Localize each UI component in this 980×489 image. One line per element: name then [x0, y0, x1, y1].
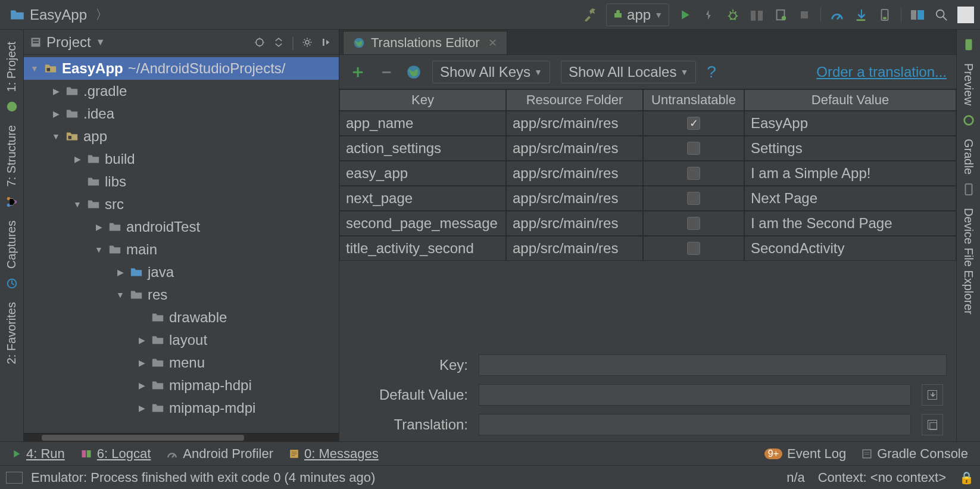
right-strip-gradle[interactable]: Gradle	[962, 139, 975, 175]
left-strip-structure[interactable]: 7: Structure	[5, 125, 18, 186]
debug-icon[interactable]	[725, 7, 741, 23]
tab-translations-editor[interactable]: Translations Editor ✕	[343, 31, 507, 54]
run-config-select[interactable]: app ▼	[606, 4, 669, 26]
checkbox[interactable]	[687, 167, 700, 180]
tree-node[interactable]: .idea	[24, 102, 339, 125]
tree-arrow-icon[interactable]	[137, 358, 146, 367]
project-tree[interactable]: EasyApp ~/AndroidStudioProjects/.gradle.…	[24, 55, 339, 433]
status-window-icon[interactable]	[6, 472, 23, 484]
bottom-logcat[interactable]: 6: Logcat	[80, 446, 151, 462]
collapse-icon[interactable]	[272, 36, 285, 49]
table-cell-folder[interactable]: app/src/main/res	[506, 136, 643, 161]
table-cell-key[interactable]: app_name	[339, 111, 506, 136]
tree-node[interactable]: build	[24, 148, 339, 170]
lock-icon[interactable]: 🔒	[959, 471, 974, 485]
hide-icon[interactable]	[320, 36, 333, 49]
bottom-event-log[interactable]: 9+ Event Log	[764, 446, 846, 462]
tree-arrow-icon[interactable]	[73, 154, 82, 164]
table-header[interactable]: Resource Folder	[506, 89, 643, 111]
table-cell-value[interactable]: Settings	[744, 136, 956, 161]
tree-node[interactable]: mipmap-hdpi	[24, 374, 339, 397]
run-icon[interactable]	[678, 7, 693, 23]
tree-node[interactable]: libs	[24, 170, 339, 193]
right-strip-device-explorer[interactable]: Device File Explorer	[962, 208, 975, 314]
form-default-input[interactable]	[479, 384, 911, 406]
chevron-down-icon[interactable]: ▼	[96, 37, 105, 48]
tree-node[interactable]: menu	[24, 351, 339, 374]
tree-arrow-icon[interactable]	[116, 290, 125, 300]
tree-arrow-icon[interactable]	[137, 403, 146, 413]
show-keys-select[interactable]: Show All Keys ▼	[432, 61, 550, 83]
tree-node[interactable]: src	[24, 193, 339, 216]
table-cell-untranslatable[interactable]	[643, 236, 744, 261]
stop-icon[interactable]	[797, 7, 812, 23]
form-key-input[interactable]	[479, 354, 947, 376]
tree-arrow-icon[interactable]	[94, 222, 104, 232]
profiler-icon[interactable]	[829, 7, 845, 23]
form-translation-input[interactable]	[479, 414, 911, 435]
status-context[interactable]: Context: <no context>	[818, 470, 946, 485]
tree-arrow-icon[interactable]	[73, 200, 82, 209]
table-cell-untranslatable[interactable]	[643, 111, 744, 136]
table-cell-value[interactable]: EasyApp	[744, 111, 956, 136]
tree-arrow-icon[interactable]	[137, 381, 146, 390]
tree-node[interactable]: EasyApp ~/AndroidStudioProjects/	[24, 57, 339, 80]
tree-arrow-icon[interactable]	[51, 109, 61, 119]
checkbox[interactable]	[687, 117, 700, 130]
breadcrumb[interactable]: EasyApp 〉	[0, 6, 108, 24]
table-cell-folder[interactable]: app/src/main/res	[506, 186, 643, 211]
help-icon[interactable]: ?	[707, 63, 716, 82]
form-translation-browse-icon[interactable]	[922, 414, 943, 435]
tree-arrow-icon[interactable]	[137, 335, 146, 345]
show-locales-select[interactable]: Show All Locales ▼	[561, 61, 696, 83]
left-strip-favorites[interactable]: 2: Favorites	[5, 302, 18, 364]
table-header[interactable]: Untranslatable	[643, 89, 744, 111]
table-cell-folder[interactable]: app/src/main/res	[506, 236, 643, 261]
tree-node[interactable]: java	[24, 261, 339, 284]
table-cell-value[interactable]: SecondActivity	[744, 236, 956, 261]
tree-node[interactable]: layout	[24, 329, 339, 351]
remove-key-icon[interactable]: －	[377, 60, 395, 84]
tree-arrow-icon[interactable]	[30, 64, 39, 73]
right-strip-preview[interactable]: Preview	[962, 63, 975, 105]
tree-node[interactable]: main	[24, 238, 339, 261]
coverage-icon[interactable]: ▮▮	[749, 7, 764, 23]
table-cell-untranslatable[interactable]	[643, 136, 744, 161]
table-cell-untranslatable[interactable]	[643, 211, 744, 236]
avd-icon[interactable]	[877, 7, 892, 23]
layout-icon[interactable]	[910, 7, 925, 23]
table-cell-untranslatable[interactable]	[643, 186, 744, 211]
tree-arrow-icon[interactable]	[94, 245, 104, 254]
tree-node[interactable]: .gradle	[24, 80, 339, 102]
table-cell-value[interactable]: I am a Simple App!	[744, 161, 956, 186]
apply-changes-icon[interactable]	[701, 7, 717, 23]
build-icon[interactable]	[582, 7, 598, 23]
tree-node[interactable]: mipmap-mdpi	[24, 397, 339, 419]
checkbox[interactable]	[687, 217, 700, 230]
table-cell-value[interactable]: I am the Second Page	[744, 211, 956, 236]
table-header[interactable]: Default Value	[744, 89, 956, 111]
table-cell-key[interactable]: title_activity_second	[339, 236, 506, 261]
gear-icon[interactable]	[301, 36, 314, 49]
table-cell-folder[interactable]: app/src/main/res	[506, 111, 643, 136]
add-key-icon[interactable]: ＋	[349, 60, 367, 84]
bottom-gradle-console[interactable]: Gradle Console	[862, 446, 968, 462]
close-icon[interactable]: ✕	[488, 36, 497, 49]
form-default-browse-icon[interactable]	[922, 384, 943, 406]
attach-debugger-icon[interactable]	[773, 7, 788, 23]
checkbox[interactable]	[687, 192, 700, 205]
checkbox[interactable]	[687, 242, 700, 255]
translations-table[interactable]: KeyResource FolderUntranslatableDefault …	[339, 89, 956, 261]
search-icon[interactable]	[934, 7, 949, 23]
table-header[interactable]: Key	[339, 89, 506, 111]
left-strip-captures[interactable]: Captures	[5, 220, 18, 269]
left-strip-project[interactable]: 1: Project	[5, 42, 18, 92]
tree-node[interactable]: androidTest	[24, 216, 339, 238]
checkbox[interactable]	[687, 142, 700, 155]
table-cell-key[interactable]: next_page	[339, 186, 506, 211]
user-avatar[interactable]	[957, 7, 974, 23]
globe-add-locale-icon[interactable]	[406, 64, 422, 80]
table-cell-key[interactable]: action_settings	[339, 136, 506, 161]
order-translation-link[interactable]: Order a translation...	[816, 64, 947, 80]
bottom-run[interactable]: 4: Run	[12, 446, 65, 462]
